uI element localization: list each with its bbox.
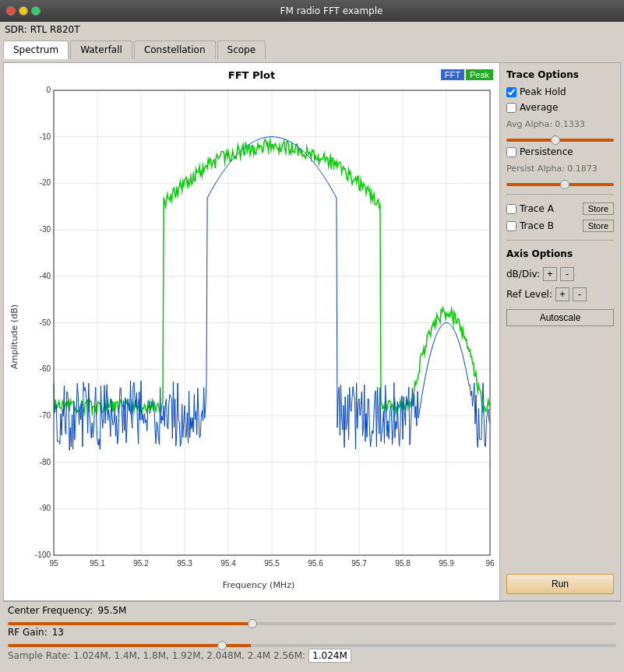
maximize-button[interactable] <box>31 6 41 16</box>
plot-inner: Amplitude (dB) Frequency (MHz) <box>7 84 496 590</box>
sdr-label: SDR: RTL R820T <box>0 22 624 37</box>
divider-2 <box>506 240 614 241</box>
db-div-label: dB/Div: <box>506 269 540 280</box>
bottom-controls: Center Frequency: 95.5M RF Gain: 13 Samp… <box>3 601 621 666</box>
center-freq-row: Center Frequency: 95.5M <box>8 605 616 616</box>
peak-hold-label: Peak Hold <box>520 86 566 97</box>
chart-area: Frequency (MHz) <box>21 84 496 590</box>
db-div-minus-button[interactable]: - <box>560 267 574 281</box>
rf-gain-slider-row <box>8 639 616 647</box>
trace-b-label: Trace B <box>520 220 554 231</box>
y-axis-label: Amplitude (dB) <box>7 84 21 590</box>
ref-level-label: Ref Level: <box>506 289 552 300</box>
trace-a-store-button[interactable]: Store <box>583 202 614 215</box>
ref-level-minus-button[interactable]: - <box>573 287 587 301</box>
x-axis-label: Frequency (MHz) <box>21 580 496 590</box>
rf-gain-label: RF Gain: <box>8 627 48 638</box>
axis-options-title: Axis Options <box>506 248 614 259</box>
rf-gain-slider[interactable] <box>8 644 616 647</box>
title-bar: FM radio FFT example <box>0 0 624 22</box>
peak-hold-row: Peak Hold <box>506 86 614 97</box>
average-label: Average <box>520 102 558 113</box>
sample-rate-value: 1.024M <box>308 649 351 663</box>
trace-b-store-button[interactable]: Store <box>583 220 614 232</box>
tab-bar: Spectrum Waterfall Constellation Scope <box>0 37 624 59</box>
peak-hold-checkbox[interactable] <box>506 87 516 97</box>
db-div-row: dB/Div: + - <box>506 267 614 281</box>
trace-b-row: Trace B Store <box>506 220 614 232</box>
trace-options-title: Trace Options <box>506 69 614 80</box>
ref-level-plus-button[interactable]: + <box>555 287 569 301</box>
divider-1 <box>506 194 614 195</box>
sample-rate-row: Sample Rate: 1.024M, 1.4M, 1.8M, 1.92M, … <box>8 649 616 663</box>
center-freq-label: Center Frequency: <box>8 605 93 616</box>
trace-a-row: Trace A Store <box>506 202 614 215</box>
fft-chart-wrapper <box>21 84 496 579</box>
sample-rate-label: Sample Rate: 1.024M, 1.4M, 1.8M, 1.92M, … <box>8 650 305 661</box>
main-content: FFT Plot FFT Peak Amplitude (dB) Frequen… <box>0 59 624 669</box>
run-button[interactable]: Run <box>506 574 614 594</box>
tab-constellation[interactable]: Constellation <box>134 40 216 59</box>
center-freq-value: 95.5M <box>97 605 126 616</box>
persist-alpha-slider[interactable] <box>506 183 614 186</box>
persistence-label: Persistence <box>520 146 573 157</box>
plot-title-row: FFT Plot FFT Peak <box>7 69 496 81</box>
average-row: Average <box>506 102 614 113</box>
right-panel: Trace Options Peak Hold Average Avg Alph… <box>500 62 621 601</box>
avg-alpha-slider[interactable] <box>506 139 614 142</box>
fft-canvas <box>21 84 496 579</box>
ref-level-row: Ref Level: + - <box>506 287 614 301</box>
rf-gain-row: RF Gain: 13 <box>8 627 616 638</box>
tab-waterfall[interactable]: Waterfall <box>70 40 132 59</box>
trace-b-checkbox[interactable] <box>506 221 516 231</box>
peak-button[interactable]: Peak <box>466 69 493 80</box>
rf-gain-value: 13 <box>52 627 64 638</box>
plot-title-buttons: FFT Peak <box>441 69 493 80</box>
persist-alpha-label: Persist Alpha: 0.1873 <box>506 164 614 174</box>
center-freq-slider-row <box>8 617 616 625</box>
minimize-button[interactable] <box>19 6 28 16</box>
fft-button[interactable]: FFT <box>441 69 464 80</box>
average-checkbox[interactable] <box>506 103 516 113</box>
tab-scope[interactable]: Scope <box>217 40 266 59</box>
persistence-row: Persistence <box>506 146 614 157</box>
autoscale-button[interactable]: Autoscale <box>506 309 614 326</box>
plot-container: FFT Plot FFT Peak Amplitude (dB) Frequen… <box>3 62 500 601</box>
plot-title: FFT Plot <box>228 69 275 81</box>
tab-spectrum[interactable]: Spectrum <box>3 40 69 59</box>
db-div-plus-button[interactable]: + <box>543 267 557 281</box>
window-title: FM radio FFT example <box>45 5 618 16</box>
avg-alpha-label: Avg Alpha: 0.1333 <box>506 119 614 129</box>
persistence-checkbox[interactable] <box>506 147 516 157</box>
center-freq-slider[interactable] <box>8 622 616 625</box>
window-controls[interactable] <box>6 6 41 16</box>
close-button[interactable] <box>6 6 16 16</box>
trace-a-checkbox[interactable] <box>506 204 516 214</box>
trace-a-label: Trace A <box>520 203 554 214</box>
plot-row: FFT Plot FFT Peak Amplitude (dB) Frequen… <box>3 62 621 601</box>
